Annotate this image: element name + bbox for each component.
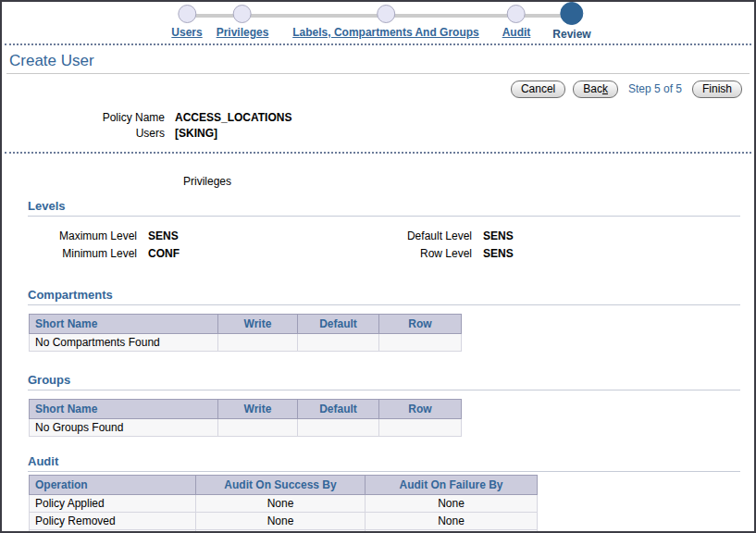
levels-grid: Maximum Level SENS Default Level SENS Mi… (28, 229, 754, 260)
dotted-separator-top (5, 43, 751, 45)
column-header-row: Row (379, 315, 462, 334)
column-header-default: Default (298, 315, 379, 334)
compartments-section-title: Compartments (28, 288, 740, 305)
min-level-value: CONF (137, 247, 350, 260)
policy-name-row: Policy Name ACCESS_LOCATIONS (2, 110, 754, 126)
action-bar: Cancel Back Step 5 of 5 Finish (2, 80, 742, 98)
wizard-train: Users Privileges Labels, Compartments An… (2, 2, 754, 43)
step-indicator: Step 5 of 5 (628, 82, 682, 95)
failure-by-cell: None (366, 530, 538, 533)
step-label-review: Review (552, 28, 590, 41)
column-header-row: Row (379, 400, 462, 419)
failure-by-cell: None (366, 495, 538, 513)
users-label: Users (2, 126, 165, 142)
empty-cell (298, 334, 379, 352)
page-title: Create User (9, 52, 754, 70)
table-row-policy-removed: Policy Removed None None (30, 513, 538, 530)
step-circle-review (560, 2, 583, 25)
max-level-value: SENS (137, 229, 350, 242)
empty-cell (298, 419, 379, 437)
compartments-empty-row: No Compartments Found (30, 334, 462, 352)
empty-cell (379, 419, 462, 437)
row-level-label: Row Level (350, 247, 472, 260)
empty-cell (218, 334, 298, 352)
groups-empty-text: No Groups Found (30, 419, 218, 437)
default-level-value: SENS (472, 229, 754, 242)
column-header-default: Default (298, 400, 379, 419)
users-value: [SKING] (175, 126, 217, 142)
step-link-labels-compartments-groups[interactable]: Labels, Compartments And Groups (292, 26, 479, 39)
groups-header-row: Short Name Write Default Row (30, 400, 462, 419)
operation-cell: Policy Removed (30, 513, 196, 530)
groups-empty-row: No Groups Found (30, 419, 462, 437)
compartments-header-row: Short Name Write Default Row (30, 315, 462, 334)
back-button-accesskey: k (602, 82, 608, 95)
min-level-label: Minimum Level (28, 247, 137, 260)
column-header-audit-on-success-by: Audit On Success By (196, 476, 366, 495)
groups-table: Short Name Write Default Row No Groups F… (29, 399, 462, 437)
step-link-audit[interactable]: Audit (502, 26, 531, 39)
audit-section-title: Audit (28, 454, 740, 472)
success-by-cell: None (196, 513, 366, 530)
levels-section-title: Levels (28, 199, 740, 217)
success-by-cell: None (196, 530, 366, 533)
compartments-table: Short Name Write Default Row No Compartm… (29, 314, 462, 352)
users-row: Users [SKING] (2, 126, 754, 142)
cancel-button[interactable]: Cancel (511, 81, 565, 98)
train-step-users: Users (171, 5, 202, 39)
train-step-audit: Audit (502, 5, 531, 39)
step-circle-privileges (233, 5, 252, 23)
column-header-write: Write (218, 315, 298, 334)
failure-by-cell: None (366, 513, 538, 530)
finish-button[interactable]: Finish (692, 81, 742, 98)
step-circle-labels-compartments-groups (377, 5, 395, 23)
operation-cell: Policy Applied (30, 495, 196, 513)
column-header-short-name: Short Name (30, 400, 218, 419)
train-step-labels-compartments-groups: Labels, Compartments And Groups (292, 5, 479, 39)
back-button-label: Bac (583, 82, 602, 95)
audit-header-row: Operation Audit On Success By Audit On F… (30, 476, 538, 495)
create-user-page: Users Privileges Labels, Compartments An… (0, 0, 756, 533)
audit-section: Audit Operation Audit On Success By Audi… (2, 454, 754, 533)
step-link-users[interactable]: Users (171, 26, 202, 39)
success-by-cell: None (196, 495, 366, 513)
compartments-empty-text: No Compartments Found (30, 334, 218, 352)
empty-cell (379, 334, 462, 352)
row-level-value: SENS (472, 247, 754, 260)
groups-section: Groups Short Name Write Default Row No G… (2, 373, 754, 437)
groups-section-title: Groups (28, 373, 740, 390)
empty-cell (218, 419, 298, 437)
compartments-section: Compartments Short Name Write Default Ro… (2, 288, 754, 352)
table-row-policy-applied: Policy Applied None None (30, 495, 538, 513)
max-level-label: Maximum Level (28, 229, 137, 242)
column-header-audit-on-failure-by: Audit On Failure By (366, 476, 538, 495)
policy-name-value: ACCESS_LOCATIONS (175, 110, 291, 126)
operation-cell: Labels And Privileges Set (30, 530, 196, 533)
column-header-write: Write (218, 400, 298, 419)
train-step-privileges: Privileges (217, 5, 269, 39)
privileges-label: Privileges (183, 175, 754, 188)
step-link-privileges[interactable]: Privileges (217, 26, 269, 39)
policy-summary: Policy Name ACCESS_LOCATIONS Users [SKIN… (2, 110, 754, 142)
step-circle-users (178, 5, 196, 23)
audit-table: Operation Audit On Success By Audit On F… (29, 475, 538, 533)
back-button[interactable]: Back (573, 81, 618, 98)
column-header-operation: Operation (30, 476, 196, 495)
column-header-short-name: Short Name (30, 315, 218, 334)
dotted-separator-middle (5, 152, 751, 154)
train-step-review: Review (552, 5, 590, 41)
policy-name-label: Policy Name (2, 110, 165, 126)
levels-section: Levels Maximum Level SENS Default Level … (2, 199, 754, 260)
default-level-label: Default Level (350, 229, 472, 242)
table-row-labels-and-privileges-set: Labels And Privileges Set None None (30, 530, 538, 533)
step-circle-audit (507, 5, 526, 23)
title-rule (6, 73, 750, 74)
